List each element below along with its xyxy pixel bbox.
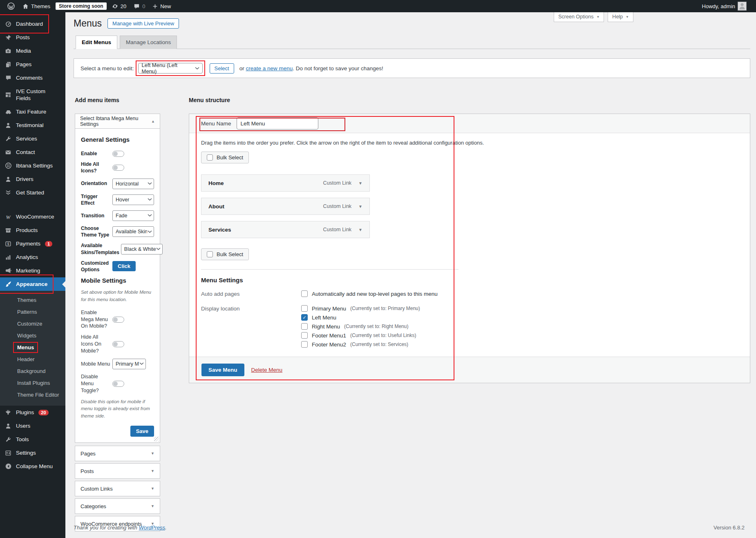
triangle-down-icon[interactable]: ▼ [358,228,362,232]
triangle-down-icon[interactable]: ▼ [151,451,154,455]
sidebar-item-plugins[interactable]: Plugins20 [0,406,65,419]
submenu-item-themes[interactable]: Themes [0,294,65,306]
sidebar-item-inner[interactable]: Marketing [0,264,43,277]
sidebar-item-inner[interactable]: Testimonial [0,118,47,132]
sidebar-item-inner[interactable]: $Payments1 [0,237,56,250]
sidebar-item-appearance[interactable]: Appearance [0,277,65,291]
orientation-select[interactable]: Horizontal [112,179,154,189]
customized-options-button[interactable]: Click [112,261,136,271]
sidebar-item-media[interactable]: Media [0,44,65,58]
footer-menu2-checkbox[interactable] [301,341,308,348]
sidebar-item-tools[interactable]: Tools [0,433,65,446]
howdy-account-menu[interactable]: Howdy, admin [698,0,750,12]
trigger-effect-select[interactable]: Hover [112,194,154,205]
sidebar-item-products[interactable]: Products [0,223,65,237]
sidebar-item-contact[interactable]: Contact [0,145,65,159]
submenu-item-widgets[interactable]: Widgets [0,330,65,342]
submenu-link[interactable]: Themes [16,297,38,303]
submenu-item-theme-file-editor[interactable]: Theme File Editor [0,389,65,401]
tab-manage-locations[interactable]: Manage Locations [120,36,177,49]
mega-menu-settings-header[interactable]: Select Ibtana Mega Menu Settings ▲ [75,114,160,129]
sidebar-item-payments[interactable]: $Payments1 [0,237,65,250]
submenu-item-background[interactable]: Background [0,365,65,377]
triangle-up-icon[interactable]: ▲ [151,119,155,123]
menu-name-input[interactable] [237,117,318,129]
sidebar-item-inner[interactable]: Analytics [0,250,41,264]
sidebar-item-ive-custom-fields[interactable]: IVE Custom Fields [0,85,65,105]
accordion-custom-links[interactable]: Custom Links▼ [75,481,160,496]
accordion-posts[interactable]: Posts▼ [75,463,160,479]
sidebar-item-dashboard[interactable]: Dashboard [0,17,65,31]
left-menu-checkbox[interactable]: ✓ [301,314,308,321]
sidebar-item-inner[interactable]: Services [0,132,40,145]
triangle-down-icon[interactable]: ▼ [151,487,154,491]
hide-all-icons-on-mobile--toggle[interactable] [112,341,124,347]
sidebar-item-inner[interactable]: Taxi Feature [0,105,49,118]
sidebar-item-inner[interactable]: Drivers [0,172,37,186]
sidebar-item-inner[interactable]: Dashboard [0,17,46,31]
triangle-down-icon[interactable]: ▼ [151,504,154,508]
bulk-select-bottom[interactable]: Bulk Select [201,248,249,260]
sidebar-item-inner[interactable]: Pages [0,58,35,71]
submenu-link[interactable]: Install Plugins [16,380,51,386]
sidebar-item-inner[interactable]: Contact [0,145,38,159]
wordpress-link[interactable]: WordPress [139,525,165,531]
sidebar-item-settings[interactable]: Settings [0,446,65,460]
sidebar-item-woocommerce[interactable]: WWooCommerce [0,210,65,223]
select-button[interactable]: Select [210,63,234,74]
submenu-link[interactable]: Widgets [16,333,38,339]
comments-link[interactable]: 0 [130,0,149,12]
menu-item-home[interactable]: HomeCustom Link▼ [201,174,370,192]
sidebar-item-ibtana-settings[interactable]: Ibtana Settings [0,159,65,172]
delete-menu-link[interactable]: Delete Menu [251,367,283,373]
sidebar-item-get-started[interactable]: Get Started [0,186,65,199]
sidebar-item-inner[interactable]: Get Started [0,186,47,199]
sidebar-item-inner[interactable]: Ibtana Settings [0,159,56,172]
save-menu-button[interactable]: Save Menu [201,364,244,376]
enable-toggle[interactable] [112,151,124,157]
wordpress-logo-menu[interactable] [3,0,19,12]
submenu-link[interactable]: Menus [16,344,36,350]
updates-link[interactable]: 20 [108,0,130,12]
submenu-link[interactable]: Theme File Editor [16,392,61,398]
sidebar-item-services[interactable]: Services [0,132,65,145]
menu-select-dropdown[interactable]: Left Menu (Left Menu) [138,63,203,74]
disable-menu-toggle--toggle[interactable] [112,381,124,387]
sidebar-item-inner[interactable]: Products [0,223,41,237]
available-skins-templates-select[interactable]: Black & White [121,244,163,254]
transition-select[interactable]: Fade [112,210,154,221]
resize-handle[interactable] [154,437,159,442]
sidebar-item-drivers[interactable]: Drivers [0,172,65,186]
bulk-select-checkbox[interactable] [207,251,213,257]
bulk-select-checkbox[interactable] [207,154,213,161]
site-name-link[interactable]: Themes [19,0,54,12]
footer-menu1-checkbox[interactable] [301,332,308,339]
sidebar-item-analytics[interactable]: Analytics [0,250,65,264]
sidebar-item-inner[interactable]: Appearance [0,277,51,291]
sidebar-item-pages[interactable]: Pages [0,58,65,71]
right-menu-checkbox[interactable] [301,323,308,330]
help-button[interactable]: Help ▼ [608,12,633,22]
tab-edit-menus[interactable]: Edit Menus [76,36,117,49]
mega-save-button[interactable]: Save [130,426,154,437]
enable-mega-menu-on-mobile--toggle[interactable] [112,317,124,323]
sidebar-item-inner[interactable]: WWooCommerce [0,210,58,223]
sidebar-item-testimonial[interactable]: Testimonial [0,118,65,132]
sidebar-item-comments[interactable]: Comments [0,71,65,85]
sidebar-item-marketing[interactable]: Marketing [0,264,65,277]
screen-options-button[interactable]: Screen Options ▼ [554,12,604,22]
sidebar-item-inner[interactable]: Settings [0,446,39,460]
triangle-down-icon[interactable]: ▼ [358,181,362,185]
submenu-item-menus[interactable]: Menus [0,342,65,353]
manage-live-preview-button[interactable]: Manage with Live Preview [107,18,179,29]
menu-item-services[interactable]: ServicesCustom Link▼ [201,221,370,238]
primary-menu-checkbox[interactable] [301,305,308,312]
sidebar-item-inner[interactable]: Collapse Menu [0,460,56,473]
sidebar-item-posts[interactable]: Posts [0,31,65,44]
submenu-link[interactable]: Customize [16,321,44,327]
sidebar-item-taxi-feature[interactable]: Taxi Feature [0,105,65,118]
sidebar-item-inner[interactable]: Media [0,44,34,58]
triangle-down-icon[interactable]: ▼ [358,204,362,209]
sidebar-item-inner[interactable]: Posts [0,31,33,44]
hide-all-icons--toggle[interactable] [112,165,124,171]
